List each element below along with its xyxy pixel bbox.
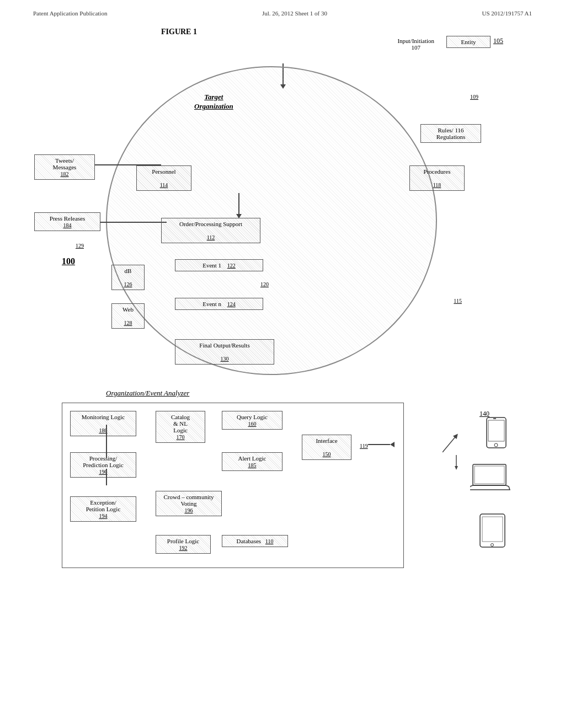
line-interface — [368, 444, 390, 445]
svg-point-2 — [494, 443, 498, 447]
entity-num: 105 — [493, 37, 503, 45]
svg-marker-11 — [455, 466, 458, 470]
svg-rect-4 — [473, 464, 506, 485]
query-logic-box: Query Logic 160 — [222, 411, 282, 430]
svg-line-9 — [443, 436, 456, 452]
num-109: 109 — [470, 94, 478, 100]
line-press — [100, 222, 167, 223]
header-left: Patent Application Publication — [33, 10, 107, 17]
web-box: Web 128 — [111, 303, 145, 329]
eventn-box: Event n 124 — [175, 298, 263, 310]
page-header: Patent Application Publication Jul. 26, … — [0, 0, 565, 22]
line-processing-v — [106, 469, 107, 485]
personnel-box: Personnel 114 — [136, 165, 191, 191]
laptop-icon — [470, 463, 514, 494]
tweets-box: Tweets/ Messages 182 — [34, 154, 95, 180]
svg-rect-7 — [482, 517, 503, 542]
arrowhead-interface — [390, 442, 395, 447]
input-initiation-label: Input/Initiation 107 — [397, 38, 434, 51]
devices-area — [443, 414, 514, 568]
monitoring-logic-box: Monitoring Logic 180 — [70, 411, 136, 436]
final-output-box: Final Output/Results 130 — [175, 339, 274, 365]
crowd-community-box: Crowd – community Voting 196 — [156, 491, 222, 516]
svg-rect-6 — [480, 514, 505, 547]
processing-logic-box: Processing/ Prediction Logic 190 — [70, 452, 136, 478]
svg-point-8 — [491, 544, 494, 547]
catalog-box: Catalog & NL Logic 170 — [156, 411, 205, 443]
header-right: US 2012/191757 A1 — [482, 10, 532, 17]
interface-box: Interface 150 — [302, 435, 351, 460]
num-100: 100 — [62, 256, 75, 266]
tablet-icon — [478, 513, 509, 552]
profile-logic-box: Profile Logic 192 — [156, 535, 211, 554]
svg-rect-5 — [475, 466, 504, 484]
rules-box: Rules/ 116 Regulations — [420, 124, 481, 143]
num-115: 115 — [454, 298, 462, 304]
exception-logic-box: Exception/ Petition Logic 194 — [70, 496, 136, 522]
arrow-personnel-down — [238, 193, 239, 215]
arrowhead-personnel — [236, 214, 242, 218]
num-119: 119 — [360, 443, 368, 449]
event1-box: Event 1 122 — [175, 259, 263, 271]
entity-box: Entity — [446, 36, 491, 48]
target-org: Target Organization — [194, 93, 233, 111]
phone-icon — [484, 416, 511, 458]
press-releases-box: Press Releases 184 — [34, 212, 100, 231]
order-box: Order/Processing Support 112 — [161, 218, 260, 243]
diagram-container: FIGURE 1 Entity 105 Input/Initiation 107… — [34, 28, 531, 706]
num-120: 120 — [260, 281, 269, 287]
databases-box: Databases 110 — [222, 535, 288, 547]
svg-rect-1 — [488, 420, 504, 441]
line-monitoring-v — [106, 425, 107, 458]
alert-logic-box: Alert Logic 185 — [222, 452, 282, 471]
big-ellipse — [106, 66, 437, 375]
db-box: dB 126 — [111, 265, 145, 290]
procedures-box: Procedures 118 — [409, 165, 465, 191]
header-center: Jul. 26, 2012 Sheet 1 of 30 — [262, 10, 327, 17]
figure-title: FIGURE 1 — [161, 28, 197, 36]
org-analyzer-label: Organization/Event Analyzer — [106, 389, 189, 398]
num-129: 129 — [76, 243, 84, 249]
